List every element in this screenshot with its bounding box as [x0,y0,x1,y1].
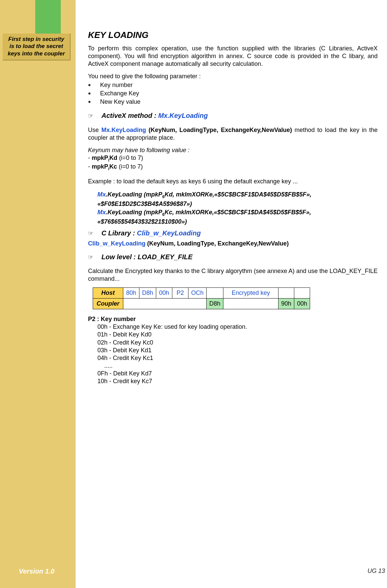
table-cell: D8h [139,288,156,299]
params-lead: You need to give the following parameter… [88,73,378,80]
example-lead: Example : to load the default keys as ke… [88,178,378,185]
list-item: Key number [88,81,378,89]
table-cell: P2 [172,288,188,299]
params-list: Key number Exchange Key New Key value [88,81,378,106]
code-line: «$F0$E1$D2$C3$B4$A5$96$87») [97,200,378,208]
key-item: 00h - Exchange Key Ke: used for key load… [97,323,378,331]
list-item: New Key value [88,98,378,106]
table-cell: D8h [207,299,223,309]
table-cell [207,288,223,299]
page-title: KEY LOADING [88,30,378,41]
list-item: Exchange Key [88,89,378,98]
table-row: Host 80h D8h 00h P2 OCh Encrypted key [93,288,310,299]
sidebar-callout: First step in security is to load the se… [3,34,71,60]
activex-line-2: - mpkPiKc (i=0 to 7) [88,163,378,172]
heading-clib: ☞ C Library : Clib_w_KeyLoading [88,229,378,238]
key-item: 10h - Credit key Kc7 [97,377,378,385]
activex-note: Keynum may have to following value : [88,146,378,154]
key-list-heading: P2 : Key number [88,315,378,323]
key-item: 0Fh - Debit Key Kd7 [97,370,378,377]
key-number-list: P2 : Key number 00h - Exchange Key Ke: u… [88,315,378,385]
list-label: Key number [100,82,133,88]
intro-paragraph: To perform this complex operation, use t… [88,45,378,68]
bullet-icon [88,98,100,105]
heading-lowlevel: ☞ Low level : LOAD_KEY_FILE [88,253,378,262]
coupler-header: Coupler [93,299,123,309]
table-cell [294,288,310,299]
text: Use [88,127,101,133]
key-item-ellipsis: ..... [104,362,378,370]
key-item: 02h - Credit Key Kc0 [97,339,378,347]
page-number: UG 13 [368,568,385,575]
table-cell [278,288,294,299]
command-table: Host 80h D8h 00h P2 OCh Encrypted key Co… [93,287,310,309]
code-block: Mx.KeyLoading (mpkP6Kd, mklmXORKe,«$5C$B… [97,191,378,226]
bullet-icon [88,90,100,97]
table-cell: OCh [188,288,207,299]
activex-paragraph: Use Mx.KeyLoading (KeyNum, LoadingType, … [88,126,378,142]
left-band [0,0,76,588]
code-line: Mx.KeyLoading (mpkP6Kc, mklmXORKe,«$5C$B… [97,209,378,217]
list-label: New Key value [100,98,140,105]
activex-line-1: - mpkPiKd (i=0 to 7) [88,154,378,163]
heading-label: Low level : LOAD_KEY_FILE [101,253,192,262]
signature: (KeyNum, LoadingType, ExchangeKey,NewVal… [146,127,292,133]
host-header: Host [93,288,123,299]
heading-label: C Library : [101,229,137,237]
key-item: 01h - Debit Key Kd0 [97,331,378,338]
list-label: Exchange Key [100,90,139,97]
version-label: Version 1.0 [19,568,54,575]
pointer-icon: ☞ [88,254,101,261]
table-row: Coupler D8h 90h 00h [93,299,310,309]
method-ref: Mx.KeyLoading [101,127,146,133]
table-cell: 00h [156,288,172,299]
heading-activex: ☞ ActiveX method : Mx.KeyLoading [88,111,378,120]
clib-signature: Clib_w_KeyLoading (KeyNum, LoadingType, … [88,240,378,247]
key-item: 03h - Debit Key Kd1 [97,347,378,354]
heading-label: ActiveX method : [101,112,158,119]
table-cell [223,299,278,309]
table-cell: 90h [278,299,294,309]
main-content: KEY LOADING To perform this complex oper… [88,30,378,385]
table-cell: 00h [294,299,310,309]
table-cell: 80h [123,288,139,299]
code-line: «$76$65$54$43$32$21$10$00») [97,218,378,226]
pointer-icon: ☞ [88,112,101,120]
key-item: 04h - Credit Key Kc1 [97,354,378,362]
table-cell: Encrypted key [223,288,278,299]
heading-method: Clib_w_KeyLoading [137,229,201,237]
code-line: Mx.KeyLoading (mpkP6Kd, mklmXORKe,«$5C$B… [97,191,378,199]
heading-method: Mx.KeyLoading [158,112,208,119]
bullet-icon [88,82,100,88]
table-cell [123,299,207,309]
lowlevel-paragraph: Calculate the Encrypted key thanks to th… [88,267,378,283]
pointer-icon: ☞ [88,230,101,237]
